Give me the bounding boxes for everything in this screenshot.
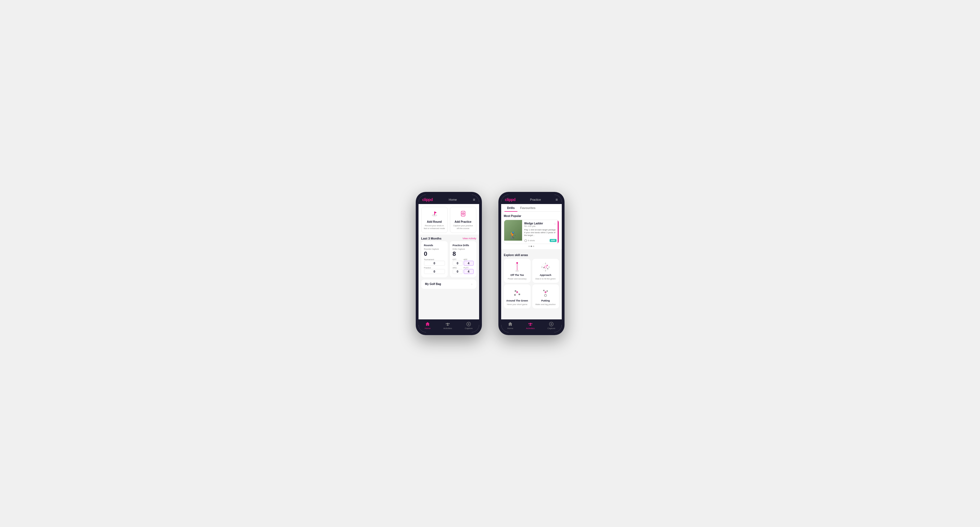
drill-card-image: 🏌️ [504, 220, 522, 241]
activity-section-header: Last 3 Months View Activity [418, 235, 479, 241]
around-green-icon [511, 287, 523, 298]
svg-point-6 [447, 323, 448, 324]
arg-cell: ARG 0 [453, 267, 463, 274]
capture-nav-icon [466, 322, 471, 327]
add-round-desc: Record your shots in fast or enhanced mo… [424, 224, 445, 230]
dot-1 [528, 246, 530, 247]
add-round-card[interactable]: Add Round Record your shots in fast or e… [421, 207, 448, 233]
dot-3 [533, 246, 534, 247]
explore-section: Explore skill areas [501, 251, 562, 311]
nav-capture[interactable]: Capture [465, 322, 473, 330]
nav-activities-label: Activities [443, 327, 452, 330]
skill-off-the-tee[interactable]: Off The Tee Power and accuracy [504, 259, 531, 283]
drill-card-wedge-ladder[interactable]: 🏌️ Wedge Ladder 50–100 yds ☆ [504, 220, 559, 244]
practice-home-icon [508, 322, 513, 327]
practice-nav-capture[interactable]: Capture [547, 322, 555, 330]
around-green-desc: Hone your short game [507, 303, 527, 306]
home-title: Home [449, 198, 457, 201]
practice-value: 0 [424, 269, 445, 274]
nav-home[interactable]: Home [425, 322, 431, 330]
drills-row-2: ARG 0 PUTT 4 [453, 267, 474, 274]
home-header: clippd Home ≡ [418, 195, 479, 204]
rounds-card: Rounds Rounds Capture 0 Tournament 0 Pra… [421, 241, 448, 277]
drill-title: Wedge Ladder [524, 222, 543, 225]
app-cell: APP 4 [464, 259, 474, 266]
skill-approach[interactable]: Approach Dial-in to hit the green [532, 259, 559, 283]
tournament-label: Tournament [424, 259, 445, 260]
add-round-title: Add Round [427, 220, 442, 223]
practice-bottom-nav: Home Activities Captu [501, 319, 562, 332]
dot-2 [531, 246, 532, 247]
skill-putting[interactable]: Putting Make and lag practice [532, 284, 559, 308]
ott-cell: OTT 0 [453, 259, 463, 266]
drill-badge: APP [550, 239, 556, 242]
menu-icon[interactable]: ≡ [473, 197, 475, 202]
practice-nav-home[interactable]: Home [508, 322, 513, 330]
app-value: 4 [464, 261, 474, 266]
svg-rect-1 [434, 211, 435, 215]
svg-point-36 [530, 323, 531, 324]
app-label: APP [464, 259, 474, 260]
putting-title: Putting [541, 299, 550, 302]
svg-point-26 [543, 267, 544, 268]
drills-capture-label: Drills Capture [453, 248, 474, 250]
practice-app-logo: clippd [505, 197, 515, 202]
off-the-tee-icon [511, 262, 523, 273]
tab-favourites[interactable]: Favourites [517, 204, 538, 212]
svg-point-8 [449, 323, 450, 324]
practice-title: Practice [530, 198, 541, 201]
drills-card: Practice Drills Drills Capture 8 OTT 0 A… [450, 241, 476, 277]
rounds-capture-label: Rounds Capture [424, 248, 445, 250]
practice-nav-capture-label: Capture [547, 327, 555, 330]
svg-point-27 [547, 268, 548, 269]
golf-bag-row[interactable]: My Golf Bag › [421, 279, 476, 289]
explore-title: Explore skill areas [504, 254, 559, 257]
putting-icon [539, 287, 552, 298]
svg-point-38 [531, 323, 533, 324]
practice-tabs: Drills Favourites [501, 204, 562, 212]
drill-description: Play 1 shot at each target yardage. If y… [524, 229, 557, 237]
ott-value: 0 [453, 261, 463, 266]
carousel-dots [504, 246, 559, 247]
drill-shots: 9 shots [524, 239, 535, 242]
around-green-title: Around The Green [506, 299, 528, 302]
svg-point-7 [446, 323, 447, 324]
activity-title: Last 3 Months [421, 237, 442, 240]
phone-practice: clippd Practice ≡ Drills Favourites Most… [498, 192, 565, 335]
drills-row-1: OTT 0 APP 4 [453, 259, 474, 266]
drill-yardage: 50–100 yds [524, 225, 543, 227]
most-popular-section: Most Popular 🏌️ Wedge Ladder [501, 212, 562, 249]
arg-value: 0 [453, 269, 463, 274]
practice-capture-icon [549, 322, 554, 327]
svg-point-18 [542, 263, 549, 271]
practice-nav-activities[interactable]: Activities [526, 322, 535, 330]
nav-home-label: Home [425, 327, 431, 330]
svg-point-12 [525, 240, 527, 242]
quick-actions-section: Add Round Record your shots in fast or e… [418, 204, 479, 235]
nav-activities[interactable]: Activities [443, 322, 452, 330]
view-activity-link[interactable]: View Activity [463, 237, 476, 240]
drills-title: Practice Drills [453, 244, 474, 247]
drill-favourite-icon[interactable]: ☆ [554, 222, 557, 226]
app-logo: clippd [422, 197, 433, 202]
svg-point-37 [528, 323, 530, 324]
drills-capture-value: 8 [453, 251, 474, 257]
practice-label: Practice [424, 267, 445, 269]
off-the-tee-desc: Power and accuracy [508, 278, 527, 280]
putting-desc: Make and lag practice [535, 303, 555, 306]
skill-around-green[interactable]: Around The Green Hone your short game [504, 284, 531, 308]
practice-header: clippd Practice ≡ [501, 195, 562, 204]
svg-point-17 [515, 270, 519, 271]
home-nav-icon [425, 322, 430, 327]
svg-point-20 [544, 266, 547, 268]
ott-label: OTT [453, 259, 463, 260]
tab-drills[interactable]: Drills [504, 204, 518, 212]
add-practice-title: Add Practice [455, 220, 471, 223]
add-practice-card[interactable]: Add Practice Capture your practice off-t… [450, 207, 476, 233]
stats-container: Rounds Rounds Capture 0 Tournament 0 Pra… [418, 241, 479, 279]
putt-value: 4 [464, 269, 474, 274]
most-popular-title: Most Popular [504, 214, 559, 217]
add-practice-icon [459, 210, 467, 219]
practice-menu-icon[interactable]: ≡ [555, 197, 558, 202]
golfer-silhouette: 🏌️ [509, 232, 517, 239]
